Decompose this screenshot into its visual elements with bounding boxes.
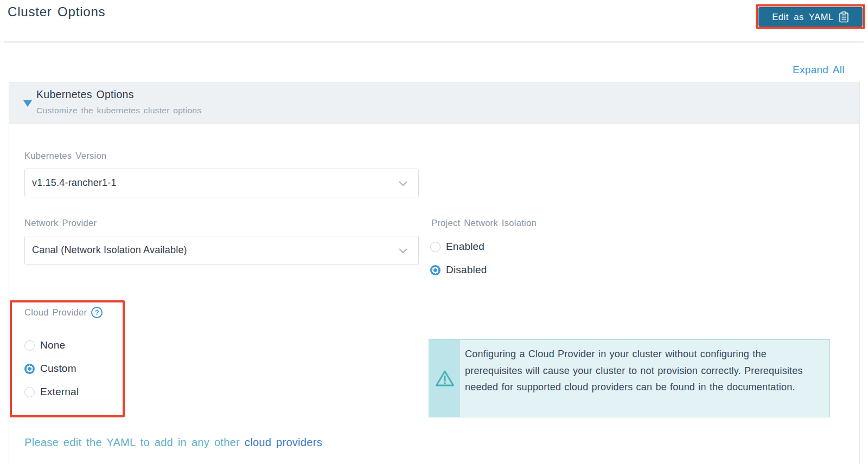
network-provider-label: Network Provider <box>24 218 97 228</box>
cluster-options-page: Cluster Options Edit as YAML Expand All … <box>0 0 868 464</box>
cloud-provider-label: Cloud Provider <box>24 307 87 318</box>
radio-circle-icon <box>24 364 35 374</box>
radio-none[interactable]: None <box>24 339 79 351</box>
network-provider-value: Canal (Network Isolation Available) <box>32 244 397 256</box>
warning-triangle-icon <box>435 370 455 387</box>
radio-disabled-label: Disabled <box>446 264 487 276</box>
cloud-provider-warning-banner: Configuring a Cloud Provider in your clu… <box>429 339 830 417</box>
edit-as-yaml-button[interactable]: Edit as YAML <box>758 7 863 27</box>
radio-none-label: None <box>40 339 65 351</box>
radio-circle-icon <box>430 265 441 275</box>
kubernetes-version-value: v1.15.4-rancher1-1 <box>32 177 397 189</box>
caret-down-icon <box>23 100 32 107</box>
cloud-provider-radio-group: None Custom External <box>24 339 79 398</box>
accordion-subtitle: Customize the kubernetes cluster options <box>36 106 201 115</box>
radio-custom-label: Custom <box>40 363 76 375</box>
expand-all-link[interactable]: Expand All <box>793 64 845 76</box>
warning-banner-text: Configuring a Cloud Provider in your clu… <box>460 340 829 417</box>
edit-as-yaml-label: Edit as YAML <box>772 12 834 22</box>
kubernetes-version-label: Kubernetes Version <box>24 151 106 161</box>
radio-external-label: External <box>40 386 79 398</box>
header-divider <box>4 41 864 43</box>
yaml-edit-note-text: Please edit the YAML to add in any other <box>24 436 245 448</box>
accordion-title: Kubernetes Options <box>36 88 134 101</box>
clipboard-icon <box>839 11 849 23</box>
kubernetes-version-select[interactable]: v1.15.4-rancher1-1 <box>24 169 419 197</box>
project-network-isolation-label: Project Network Isolation <box>431 218 537 228</box>
radio-enabled-label: Enabled <box>446 241 484 253</box>
radio-disabled[interactable]: Disabled <box>430 264 487 276</box>
radio-custom[interactable]: Custom <box>24 363 79 375</box>
page-title: Cluster Options <box>8 4 105 20</box>
yaml-edit-note: Please edit the YAML to add in any other… <box>24 436 322 449</box>
chevron-down-icon <box>397 244 410 257</box>
project-network-isolation-radio-group: Enabled Disabled <box>430 241 487 276</box>
radio-circle-icon <box>24 387 35 397</box>
network-provider-select[interactable]: Canal (Network Isolation Available) <box>24 236 419 265</box>
warning-banner-strip <box>429 340 460 417</box>
cloud-provider-label-row: Cloud Provider ? <box>24 307 103 318</box>
cloud-providers-link[interactable]: cloud providers <box>245 436 322 448</box>
kubernetes-options-accordion-header[interactable]: Kubernetes Options Customize the kuberne… <box>9 83 859 124</box>
radio-enabled[interactable]: Enabled <box>430 241 487 253</box>
radio-external[interactable]: External <box>24 386 79 398</box>
radio-circle-icon <box>430 242 441 252</box>
radio-circle-icon <box>24 340 35 351</box>
question-circle-icon[interactable]: ? <box>91 307 103 318</box>
chevron-down-icon <box>397 177 410 190</box>
